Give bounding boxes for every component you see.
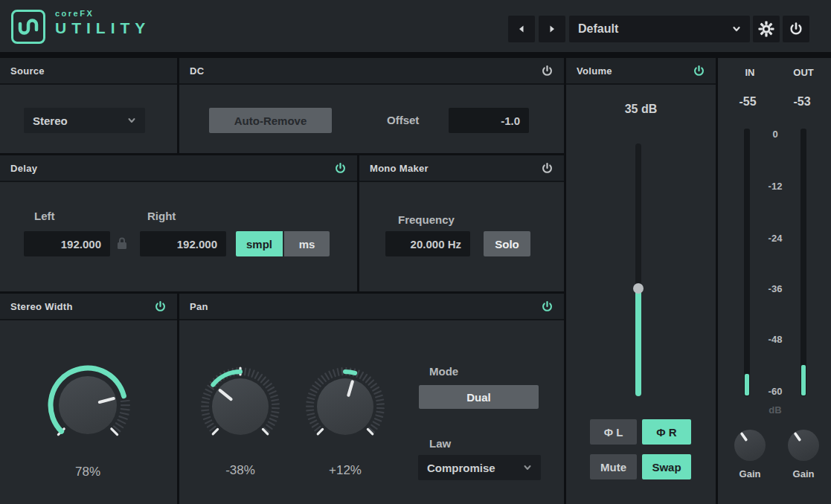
link-lock-icon[interactable] (116, 236, 128, 251)
source-section: Source Stereo (0, 58, 177, 153)
brand-logo-icon (11, 10, 45, 44)
pan-mode-label: Mode (429, 365, 458, 378)
frequency-label: Frequency (398, 213, 455, 226)
delay-header: Delay (0, 155, 357, 182)
pan-law-label: Law (429, 437, 451, 450)
wave-icon (13, 12, 43, 42)
dc-section: DC Auto-Remove Offset -1.0 (179, 58, 564, 153)
pan-title: Pan (190, 301, 208, 312)
gain-in-label: Gain (728, 468, 772, 479)
gain-out-knob[interactable] (787, 429, 820, 462)
meter-in-label: IN (728, 67, 772, 78)
scale-tick-24: -24 (759, 233, 792, 244)
mono-maker-title: Mono Maker (370, 163, 429, 174)
pan-mode-button[interactable]: Dual (419, 385, 539, 409)
volume-slider-fill (635, 290, 641, 396)
triangle-right-icon (548, 25, 556, 33)
scale-tick-0: 0 (759, 129, 792, 140)
stereo-width-title: Stereo Width (10, 301, 73, 312)
scale-tick-48: -48 (759, 334, 792, 345)
brand-large: UTILITY (55, 19, 150, 37)
pan-header: Pan (179, 294, 564, 320)
mono-maker-section: Mono Maker Frequency 20.000 Hz Solo (359, 155, 564, 291)
volume-header: Volume (566, 58, 716, 85)
volume-title: Volume (577, 65, 612, 77)
delay-right-field[interactable]: 192.000 (140, 231, 226, 256)
plugin-power-button[interactable] (783, 16, 809, 42)
top-bar: coreFX UTILITY Default (0, 0, 831, 52)
meter-out-fill (801, 365, 806, 395)
delay-unit-smpl-button[interactable]: smpl (236, 231, 283, 256)
meter-in-bar (744, 129, 750, 396)
volume-section: Volume 35 dB Φ L Φ R Mute Swap (566, 58, 716, 504)
source-title: Source (10, 65, 45, 77)
phase-right-button[interactable]: Φ R (642, 419, 691, 445)
brand-small: coreFX (55, 9, 150, 18)
stereo-width-value: 78% (36, 465, 140, 479)
dc-offset-field[interactable]: -1.0 (449, 108, 529, 133)
gain-out-label: Gain (781, 468, 826, 479)
dc-header: DC (179, 58, 564, 85)
preset-dropdown[interactable]: Default (569, 16, 750, 42)
pan-law-value: Compromise (427, 462, 495, 474)
volume-value: 35 dB (566, 103, 716, 116)
source-dropdown-value: Stereo (33, 114, 68, 127)
chevron-down-icon (732, 25, 741, 33)
scale-tick-60: -60 (759, 386, 792, 397)
volume-slider-thumb[interactable] (633, 283, 644, 294)
power-icon (789, 22, 803, 36)
meters-section: IN OUT -55 -53 0 -12 -24 -36 -48 -60 dB … (718, 58, 831, 504)
mono-maker-header: Mono Maker (359, 155, 564, 182)
dc-title: DC (190, 65, 204, 77)
pan-right-knob[interactable] (302, 364, 388, 450)
meter-out-bar (800, 129, 806, 396)
pan-left-knob[interactable] (197, 364, 283, 450)
preset-next-button[interactable] (539, 16, 565, 42)
chevron-down-icon (127, 116, 136, 125)
brand-text: coreFX UTILITY (55, 9, 150, 37)
mute-button[interactable]: Mute (590, 454, 637, 479)
preset-name: Default (578, 22, 618, 36)
delay-unit-ms-button[interactable]: ms (284, 231, 330, 256)
dc-auto-remove-button[interactable]: Auto-Remove (209, 108, 332, 133)
meter-out-value: -53 (780, 95, 824, 109)
scale-tick-36: -36 (759, 283, 792, 294)
volume-slider[interactable] (635, 143, 641, 396)
plugin-window: coreFX UTILITY Default (0, 0, 831, 504)
meter-out-label: OUT (781, 67, 826, 78)
preset-prev-button[interactable] (508, 16, 535, 42)
phase-left-button[interactable]: Φ L (590, 419, 637, 445)
delay-section: Delay Left 192.000 Right 192.000 smpl ms (0, 155, 357, 291)
swap-button[interactable]: Swap (642, 454, 691, 479)
volume-power-icon[interactable] (693, 65, 705, 77)
frequency-field[interactable]: 20.000 Hz (385, 231, 470, 256)
dc-power-icon[interactable] (541, 65, 554, 77)
stereo-width-knob[interactable] (36, 353, 140, 457)
dc-offset-label: Offset (387, 114, 419, 126)
gain-in-knob[interactable] (734, 429, 766, 462)
delay-left-label: Left (34, 210, 55, 222)
source-dropdown[interactable]: Stereo (24, 108, 145, 133)
mono-maker-power-icon[interactable] (541, 162, 554, 175)
stereo-width-header: Stereo Width (0, 294, 177, 320)
meter-in-value: -55 (725, 95, 770, 109)
stereo-width-section: Stereo Width 78% (0, 294, 177, 504)
delay-right-label: Right (147, 210, 176, 222)
triangle-left-icon (517, 25, 526, 33)
delay-power-icon[interactable] (334, 162, 347, 175)
pan-section: Pan -38% +12% Mode Dual Law Compromise (179, 294, 564, 504)
pan-law-dropdown[interactable]: Compromise (418, 455, 541, 480)
pan-right-value: +12% (308, 463, 382, 478)
gear-icon (758, 21, 774, 37)
pan-power-icon[interactable] (541, 300, 554, 313)
meter-in-fill (745, 374, 749, 395)
stereo-width-power-icon[interactable] (154, 300, 167, 313)
scale-unit: dB (759, 404, 792, 416)
scale-tick-12: -12 (759, 181, 792, 192)
delay-left-field[interactable]: 192.000 (24, 231, 110, 256)
settings-button[interactable] (753, 16, 780, 42)
source-header: Source (0, 58, 177, 85)
delay-title: Delay (10, 163, 37, 174)
solo-button[interactable]: Solo (484, 231, 530, 256)
chevron-down-icon (523, 463, 532, 472)
